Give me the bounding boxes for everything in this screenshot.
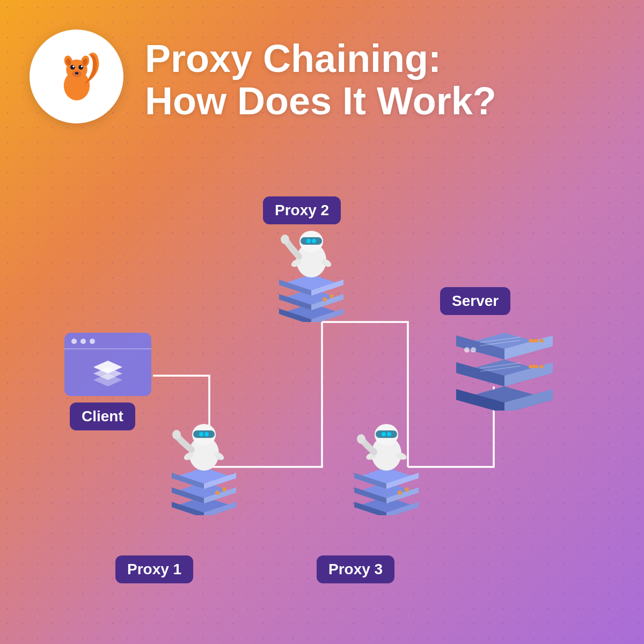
svg-point-34 xyxy=(199,432,203,436)
svg-point-91 xyxy=(471,347,476,353)
svg-rect-83 xyxy=(529,365,538,368)
svg-point-11 xyxy=(75,72,78,74)
server-badge: Server xyxy=(440,287,510,315)
svg-rect-84 xyxy=(539,365,544,368)
server-icon xyxy=(451,311,558,413)
svg-point-64 xyxy=(398,491,402,495)
proxy3-badge: Proxy 3 xyxy=(317,555,394,583)
client-badge: Client xyxy=(70,402,135,430)
svg-point-54 xyxy=(312,239,316,243)
svg-point-15 xyxy=(90,339,95,344)
svg-point-73 xyxy=(387,432,391,436)
svg-point-57 xyxy=(281,235,289,244)
svg-point-53 xyxy=(306,239,311,243)
svg-rect-88 xyxy=(529,339,538,342)
svg-point-13 xyxy=(71,339,77,344)
page-title: Proxy Chaining: How Does It Work? xyxy=(145,38,612,122)
svg-rect-33 xyxy=(193,430,215,438)
svg-point-45 xyxy=(323,297,327,302)
svg-point-9 xyxy=(72,65,74,67)
proxy2-badge: Proxy 2 xyxy=(263,196,341,224)
svg-rect-52 xyxy=(301,237,322,245)
svg-point-10 xyxy=(80,65,82,67)
svg-point-7 xyxy=(70,65,75,70)
squirrel-icon xyxy=(47,47,106,106)
logo xyxy=(30,30,123,123)
proxy2-robot xyxy=(266,215,357,324)
client-icon xyxy=(64,333,153,402)
main-canvas: Proxy Chaining: How Does It Work? xyxy=(0,0,644,644)
svg-rect-71 xyxy=(376,430,397,438)
svg-point-35 xyxy=(204,432,209,436)
svg-point-38 xyxy=(172,430,181,440)
svg-point-65 xyxy=(405,487,409,492)
svg-point-8 xyxy=(78,65,83,70)
svg-point-26 xyxy=(215,491,219,495)
svg-point-72 xyxy=(382,432,386,436)
svg-point-14 xyxy=(80,339,86,344)
svg-point-46 xyxy=(330,294,334,298)
svg-rect-89 xyxy=(539,339,544,342)
svg-point-90 xyxy=(464,347,470,353)
proxy1-robot xyxy=(158,408,250,517)
proxy3-robot xyxy=(341,408,432,517)
proxy1-badge: Proxy 1 xyxy=(115,555,193,583)
svg-point-27 xyxy=(222,487,226,492)
svg-point-76 xyxy=(357,434,365,444)
